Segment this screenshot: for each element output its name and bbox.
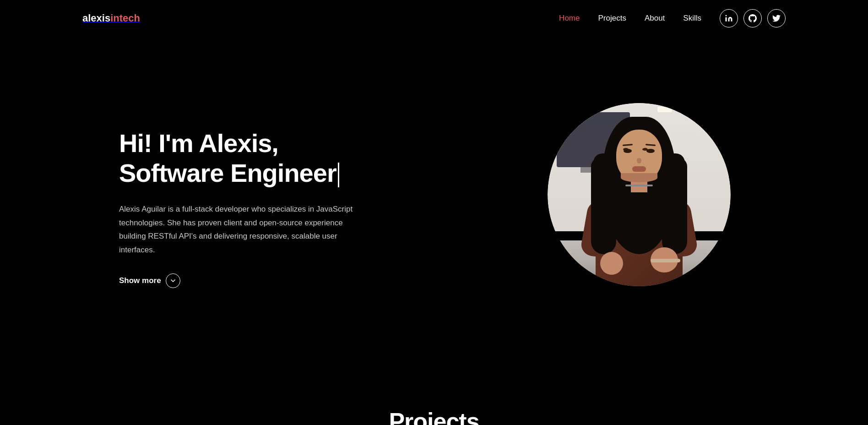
hero-heading: Hi! I'm Alexis, Software Engineer <box>119 129 366 188</box>
hero-text-block: Hi! I'm Alexis, Software Engineer Alexis… <box>119 120 366 288</box>
bracelet <box>651 259 680 262</box>
nav-link-home[interactable]: Home <box>559 14 580 22</box>
eye-left <box>624 149 632 153</box>
profile-image <box>548 103 731 286</box>
linkedin-button[interactable] <box>720 9 738 27</box>
show-more-button[interactable]: Show more <box>119 273 180 288</box>
chevron-down-icon <box>166 273 180 288</box>
nose <box>637 158 641 163</box>
linkedin-icon <box>725 14 733 22</box>
chin-shadow <box>621 173 657 182</box>
projects-title: Projects <box>0 408 868 425</box>
nav-link-projects[interactable]: Projects <box>598 14 626 22</box>
hair-left <box>591 158 616 254</box>
cursor-blink <box>338 163 339 187</box>
twitter-icon <box>772 14 781 22</box>
eyebrow-right <box>646 144 656 146</box>
lips <box>632 166 646 172</box>
photo-background <box>548 103 731 286</box>
svg-point-0 <box>726 15 727 16</box>
hero-description: Alexis Aguilar is a full-stack developer… <box>119 202 366 257</box>
logo[interactable]: alexisintech <box>82 12 140 24</box>
projects-section: Projects <box>0 380 868 425</box>
face <box>616 130 662 182</box>
necklace <box>625 185 653 186</box>
ceiling-light-1 <box>657 107 672 112</box>
person-figure <box>575 117 703 286</box>
hero-heading-line1: Hi! I'm Alexis, <box>119 129 278 158</box>
ceiling-light-2 <box>685 107 700 112</box>
eye-right <box>646 149 655 153</box>
hero-heading-line2: Software Engineer <box>119 158 336 187</box>
nav-link-skills[interactable]: Skills <box>683 14 701 22</box>
github-button[interactable] <box>743 9 762 27</box>
github-icon <box>749 14 757 22</box>
show-more-label: Show more <box>119 276 161 285</box>
hero-section: Hi! I'm Alexis, Software Engineer Alexis… <box>0 37 868 380</box>
nav-social-icons <box>720 9 786 27</box>
twitter-button[interactable] <box>767 9 786 27</box>
logo-alexis: alexis <box>82 12 110 24</box>
logo-intech: intech <box>110 12 140 24</box>
eyebrow-left <box>623 144 633 146</box>
hand-left <box>600 252 623 275</box>
navbar: alexisintech Home Projects About Skills <box>0 0 868 37</box>
nav-link-about[interactable]: About <box>645 14 665 22</box>
hair-right <box>662 158 687 254</box>
nav-links: Home Projects About Skills <box>559 14 701 23</box>
